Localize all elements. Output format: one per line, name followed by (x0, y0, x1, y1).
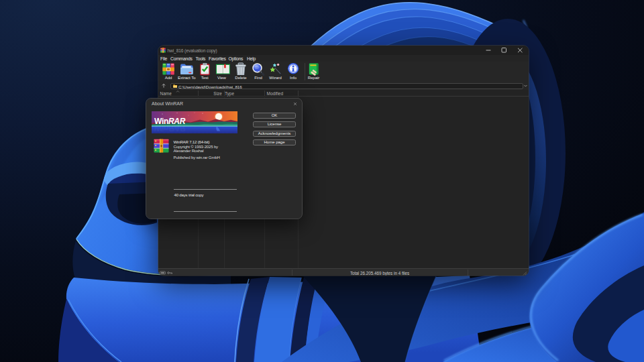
svg-text:WinRAR: WinRAR (154, 123, 186, 133)
